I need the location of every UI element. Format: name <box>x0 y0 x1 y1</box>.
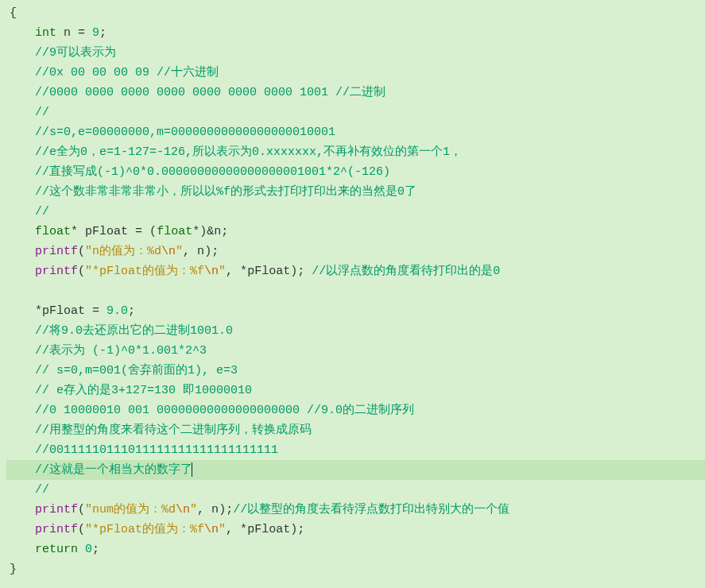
code-line[interactable]: //用整型的角度来看待这个二进制序列，转换成原码 <box>6 420 705 440</box>
code-line[interactable] <box>6 281 705 301</box>
code-token-ident: n <box>197 245 204 258</box>
code-token-comment: // <box>35 106 49 119</box>
code-token-comment: //表示为 (-1)^0*1.001*2^3 <box>35 344 207 358</box>
code-token-punct: ( <box>78 265 85 278</box>
code-editor[interactable]: { int n = 9;//9可以表示为//0x 00 00 00 09 //十… <box>0 0 705 582</box>
code-line[interactable]: float* pFloat = (float*)&n; <box>6 222 705 242</box>
code-line[interactable]: // e存入的是3+127=130 即10000010 <box>6 381 705 400</box>
code-token-esc: \n <box>161 245 176 258</box>
code-token-punct: ( <box>149 225 157 238</box>
code-token-num: 0 <box>85 543 92 556</box>
code-token-comment: //00111110111011111111111111111111 <box>35 443 278 457</box>
text-cursor <box>192 462 192 477</box>
code-token-punct: ) <box>219 503 226 516</box>
code-token-punct: ; <box>297 265 304 278</box>
code-token-str: " <box>190 503 197 516</box>
code-token-ident: n <box>64 26 71 40</box>
code-token-kw: return <box>35 543 78 556</box>
code-line[interactable]: //直接写成(-1)^0*0.00000000000000000001001*2… <box>6 162 705 182</box>
code-token-op: * <box>240 265 247 278</box>
code-token-comment: // <box>35 205 49 219</box>
code-line[interactable]: //s=0,e=00000000,m=000000000000000000100… <box>6 122 705 142</box>
code-token-func: printf <box>35 245 78 258</box>
code-token-str: "num的值为：%d <box>85 503 176 516</box>
code-body: int n = 9;//9可以表示为//0x 00 00 00 09 //十六进… <box>6 23 705 559</box>
code-token-comment: //用整型的角度来看待这个二进制序列，转换成原码 <box>35 424 312 437</box>
code-token-punct: , <box>197 503 204 516</box>
code-token-punct: ; <box>99 26 107 40</box>
code-token-op: = <box>135 225 142 238</box>
code-token-punct: ; <box>221 225 228 238</box>
code-token-ident: pFloat <box>247 265 290 278</box>
code-line[interactable]: printf("*pFloat的值为：%f\n", *pFloat); <box>6 520 705 540</box>
code-token-op: * <box>71 225 78 238</box>
code-token-punct: ) <box>199 225 207 238</box>
open-brace: { <box>6 3 705 23</box>
code-token-punct: ; <box>226 503 233 516</box>
code-token-comment: // s=0,m=001(舍弃前面的1), e=3 <box>35 364 238 377</box>
code-token-ident: pFloat <box>247 523 290 536</box>
code-line[interactable]: printf("num的值为：%d\n", n);//以整型的角度去看待浮点数打… <box>6 500 705 520</box>
code-line[interactable]: // <box>6 480 705 500</box>
code-line[interactable]: //e全为0，e=1-127=-126,所以表示为0.xxxxxxx,不再补有效… <box>6 142 705 162</box>
code-token-punct: ; <box>297 523 304 536</box>
code-token-punct: ( <box>78 523 85 536</box>
code-token-op: = <box>92 304 99 318</box>
code-token-op: = <box>78 26 85 40</box>
code-line[interactable]: *pFloat = 9.0; <box>6 301 705 321</box>
code-token-comment: // <box>35 483 49 497</box>
code-token-ident: n <box>214 225 221 238</box>
code-line[interactable]: //9可以表示为 <box>6 43 705 63</box>
code-token-punct: , <box>183 245 190 258</box>
code-token-ident: n <box>211 503 219 516</box>
code-line[interactable]: return 0; <box>6 540 705 559</box>
code-line[interactable]: // <box>6 202 705 222</box>
code-token-op: * <box>35 304 42 318</box>
code-line[interactable]: //0x 00 00 00 09 //十六进制 <box>6 63 705 83</box>
code-token-str: " <box>219 265 226 278</box>
code-token-comment: //直接写成(-1)^0*0.00000000000000000001001*2… <box>35 165 390 179</box>
code-token-kw: float <box>157 225 192 238</box>
code-token-punct: , <box>226 265 233 278</box>
code-token-comment: //9可以表示为 <box>35 46 116 60</box>
code-token-comment: //这就是一个相当大的数字了 <box>35 463 192 477</box>
code-token-func: printf <box>35 265 78 278</box>
code-token-punct: , <box>226 523 233 536</box>
code-token-comment: //这个数非常非常非常小，所以以%f的形式去打印打印出来的当然是0了 <box>35 185 416 199</box>
code-token-str: "*pFloat的值为：%f <box>85 523 204 536</box>
code-line[interactable]: //这个数非常非常非常小，所以以%f的形式去打印打印出来的当然是0了 <box>6 182 705 202</box>
code-token-punct: ; <box>92 543 99 556</box>
code-token-punct: ) <box>290 265 297 278</box>
code-line[interactable]: //这就是一个相当大的数字了 <box>6 460 705 480</box>
code-token-comment: //0x 00 00 00 09 //十六进制 <box>35 66 219 79</box>
code-token-kw: float <box>35 225 71 238</box>
code-token-comment: //以浮点数的角度看待打印出的是0 <box>312 265 500 278</box>
code-token-op: * <box>192 225 199 238</box>
code-token-comment: //将9.0去还原出它的二进制1001.0 <box>35 324 233 338</box>
code-line[interactable]: printf("*pFloat的值为：%f\n", *pFloat); //以浮… <box>6 261 705 281</box>
code-token-comment: //0 10000010 001 00000000000000000000 //… <box>35 404 414 417</box>
code-token-ident: pFloat <box>42 304 85 318</box>
code-line[interactable]: //0000 0000 0000 0000 0000 0000 0000 100… <box>6 83 705 103</box>
code-line[interactable]: //0 10000010 001 00000000000000000000 //… <box>6 400 705 420</box>
code-line[interactable]: //表示为 (-1)^0*1.001*2^3 <box>6 341 705 361</box>
code-token-esc: \n <box>204 265 219 278</box>
code-line[interactable]: //将9.0去还原出它的二进制1001.0 <box>6 321 705 341</box>
code-token-comment: //以整型的角度去看待浮点数打印出特别大的一个值 <box>233 503 509 516</box>
code-token-esc: \n <box>176 503 190 516</box>
code-token-op: & <box>207 225 214 238</box>
code-token-comment: //0000 0000 0000 0000 0000 0000 0000 100… <box>35 86 385 99</box>
code-token-ident: pFloat <box>85 225 128 238</box>
code-line[interactable]: int n = 9; <box>6 23 705 43</box>
code-token-punct: ; <box>128 304 135 318</box>
code-line[interactable]: printf("n的值为：%d\n", n); <box>6 242 705 261</box>
code-token-kw: int <box>35 26 56 40</box>
code-token-func: printf <box>35 503 78 516</box>
code-token-str: " <box>176 245 183 258</box>
code-line[interactable]: //00111110111011111111111111111111 <box>6 440 705 460</box>
code-token-punct: ( <box>78 503 85 516</box>
code-token-str: "n的值为：%d <box>85 245 161 258</box>
code-token-comment: //s=0,e=00000000,m=000000000000000000100… <box>35 126 335 139</box>
code-line[interactable]: // s=0,m=001(舍弃前面的1), e=3 <box>6 361 705 381</box>
code-line[interactable]: // <box>6 103 705 122</box>
